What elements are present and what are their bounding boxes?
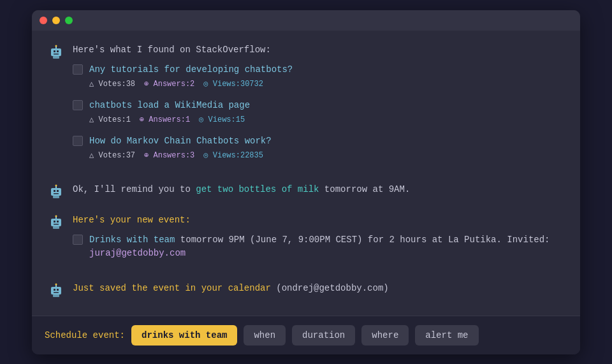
svg-rect-22 xyxy=(54,289,55,291)
saved-sub: (ondrej@getdobby.com) xyxy=(271,283,389,293)
result-checkbox[interactable] xyxy=(73,136,83,146)
event-text: Drinks with team tomorrow 9PM (June 7, 9… xyxy=(89,233,565,260)
result-meta: △ Votes:1 ⊕ Answers:1 ◎ Views:15 xyxy=(89,114,565,126)
stackoverflow-message: Here's what I found on StackOverflow: An… xyxy=(47,43,565,170)
result-checkbox[interactable] xyxy=(73,64,83,75)
saved-event-message: Just saved the event in your calendar (o… xyxy=(47,282,565,300)
votes: △ Votes:1 xyxy=(89,114,131,126)
result-meta: △ Votes:38 ⊕ Answers:2 ◎ Views:30732 xyxy=(89,78,565,90)
views: ◎ Views:15 xyxy=(199,114,245,126)
svg-rect-6 xyxy=(53,56,59,59)
saved-highlight: Just saved the event in your calendar xyxy=(73,283,271,293)
svg-point-26 xyxy=(55,283,57,285)
event-invite: juraj@getdobby.com xyxy=(89,248,186,258)
stackoverflow-content: Here's what I found on StackOverflow: An… xyxy=(73,43,565,170)
result-item: How do Markov Chain Chatbots work? △ Vot… xyxy=(73,135,565,161)
svg-rect-16 xyxy=(57,221,59,222)
event-detail-line: Drinks with team tomorrow 9PM (June 7, 9… xyxy=(89,233,565,260)
saved-text-line: Just saved the event in your calendar (o… xyxy=(73,282,565,295)
svg-rect-9 xyxy=(57,190,59,192)
app-window: Here's what I found on StackOverflow: An… xyxy=(32,10,580,354)
result-title[interactable]: Any tutorials for developing chatbots? xyxy=(89,63,565,76)
event-title: Drinks with team xyxy=(89,235,175,245)
result-item: Any tutorials for developing chatbots? △… xyxy=(73,63,565,90)
chat-content: Here's what I found on StackOverflow: An… xyxy=(32,31,580,316)
schedule-label: Schedule event: xyxy=(45,330,125,340)
result-text: Any tutorials for developing chatbots? △… xyxy=(89,63,565,90)
svg-rect-10 xyxy=(54,193,59,194)
views: ◎ Views:30732 xyxy=(203,78,263,90)
maximize-button[interactable] xyxy=(65,17,73,24)
result-text: How do Markov Chain Chatbots work? △ Vot… xyxy=(89,135,565,161)
reminder-highlight: get two bottles of milk xyxy=(196,184,319,194)
titlebar xyxy=(32,10,580,31)
result-meta: △ Votes:37 ⊕ Answers:3 ◎ Views:22835 xyxy=(89,150,565,161)
reminder-content: Ok, I'll remind you to get two bottles o… xyxy=(73,183,565,196)
svg-rect-23 xyxy=(57,289,59,291)
pill-drinks-with-team[interactable]: drinks with team xyxy=(131,325,237,346)
reminder-after: tomorrow at 9AM. xyxy=(319,184,410,194)
bot-icon xyxy=(47,214,65,231)
result-title[interactable]: How do Markov Chain Chatbots work? xyxy=(89,135,565,148)
result-item: chatbots load a WikiMedia page △ Votes:1… xyxy=(73,99,565,126)
pill-duration[interactable]: duration xyxy=(292,325,355,346)
svg-rect-21 xyxy=(51,287,61,295)
pill-alert-me[interactable]: alert me xyxy=(415,325,478,346)
bottom-bar: Schedule event: drinks with team when du… xyxy=(32,316,580,354)
svg-rect-13 xyxy=(53,196,59,198)
svg-rect-0 xyxy=(51,48,61,56)
svg-point-5 xyxy=(55,45,57,47)
new-event-message: Here's your new event: Drinks with team … xyxy=(47,214,565,269)
result-checkbox[interactable] xyxy=(73,100,83,110)
event-item: Drinks with team tomorrow 9PM (June 7, 9… xyxy=(73,233,565,260)
result-text: chatbots load a WikiMedia page △ Votes:1… xyxy=(89,99,565,126)
svg-rect-3 xyxy=(54,54,59,55)
svg-rect-27 xyxy=(53,295,59,297)
event-detail: tomorrow 9PM (June 7, 9:00PM CEST) for 2… xyxy=(175,235,550,245)
saved-content: Just saved the event in your calendar (o… xyxy=(73,282,565,295)
reminder-text: Ok, I'll remind you to get two bottles o… xyxy=(73,183,565,196)
reminder-before: Ok, I'll remind you to xyxy=(73,184,196,194)
answers: ⊕ Answers:1 xyxy=(140,114,190,126)
pill-where[interactable]: where xyxy=(361,325,409,346)
svg-rect-20 xyxy=(53,226,59,229)
svg-rect-8 xyxy=(54,190,55,192)
svg-rect-2 xyxy=(57,50,59,52)
event-checkbox[interactable] xyxy=(73,235,83,245)
svg-rect-15 xyxy=(54,221,55,222)
answers: ⊕ Answers:2 xyxy=(144,78,194,90)
svg-point-19 xyxy=(55,215,57,217)
votes: △ Votes:37 xyxy=(89,150,135,161)
votes: △ Votes:38 xyxy=(89,78,135,90)
event-header: Here's your new event: xyxy=(73,214,565,227)
minimize-button[interactable] xyxy=(52,17,60,24)
pill-when[interactable]: when xyxy=(244,325,286,346)
result-title[interactable]: chatbots load a WikiMedia page xyxy=(89,99,565,112)
views: ◎ Views:22835 xyxy=(203,150,263,161)
svg-rect-1 xyxy=(54,50,55,52)
svg-rect-14 xyxy=(51,219,61,226)
event-content: Here's your new event: Drinks with team … xyxy=(73,214,565,269)
svg-rect-7 xyxy=(51,188,61,196)
reminder-message: Ok, I'll remind you to get two bottles o… xyxy=(47,183,565,201)
stackoverflow-header: Here's what I found on StackOverflow: xyxy=(73,43,565,57)
bot-icon xyxy=(47,183,65,201)
svg-rect-17 xyxy=(54,224,59,225)
answers: ⊕ Answers:3 xyxy=(144,150,194,161)
svg-point-12 xyxy=(55,184,57,186)
bot-icon xyxy=(47,43,65,61)
bot-icon xyxy=(47,282,65,300)
svg-rect-24 xyxy=(54,292,59,293)
close-button[interactable] xyxy=(40,17,47,24)
